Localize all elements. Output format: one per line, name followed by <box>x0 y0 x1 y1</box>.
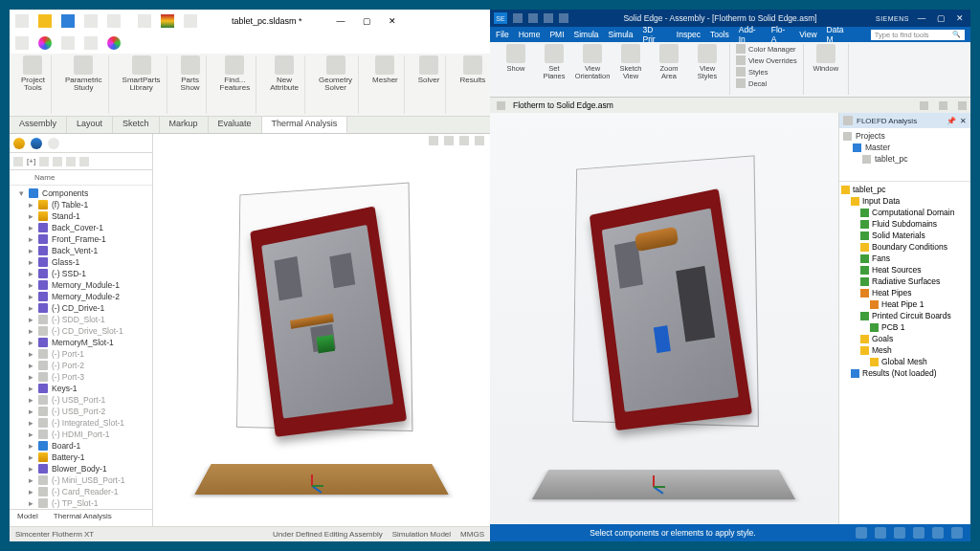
arrow-icon[interactable] <box>138 14 151 28</box>
tree-node[interactable]: ▸(-) Port-2 <box>10 360 152 371</box>
tree-node[interactable]: ▸(-) Port-1 <box>10 348 152 360</box>
open-icon[interactable] <box>38 14 52 28</box>
tree-node[interactable]: ▸MemoryM_Slot-1 <box>10 337 152 348</box>
analysis-node[interactable]: Boundary Conditions <box>841 241 969 253</box>
qa-icon[interactable] <box>513 13 523 23</box>
ribbon-group[interactable]: SmartParts Library <box>117 55 167 114</box>
tree-nav-icon[interactable] <box>48 138 59 149</box>
ribbon-group[interactable]: Geometry Solver <box>313 55 359 114</box>
tree-node[interactable]: ▸(-) Integrated_Slot-1 <box>10 417 152 429</box>
maximize-button[interactable]: ▢ <box>363 16 371 26</box>
status-icon[interactable] <box>932 527 944 539</box>
tree-node[interactable]: ▸(-) Mini_USB_Port-1 <box>10 474 152 486</box>
project-node[interactable]: Projects <box>843 130 967 142</box>
qa-icon[interactable] <box>528 13 538 23</box>
ribbon-window-button[interactable]: Window <box>810 44 842 73</box>
tree-node[interactable]: ▸Front_Frame-1 <box>10 233 152 245</box>
feature-tab[interactable]: Evaluate <box>209 117 262 133</box>
search-input[interactable]: Type to find tools <box>871 30 965 40</box>
grid-icon[interactable] <box>184 14 197 28</box>
status-icon[interactable] <box>856 527 867 539</box>
tree-footer-tab[interactable]: Thermal Analysis <box>46 510 120 526</box>
minimize-button[interactable]: — <box>915 13 928 23</box>
close-button[interactable]: ✕ <box>389 16 396 26</box>
menu-item[interactable]: 3D Prir <box>642 25 666 44</box>
print-icon[interactable] <box>84 14 98 28</box>
analysis-node[interactable]: Fluid Subdomains <box>841 218 969 230</box>
tree-node[interactable]: ▸(-) Port-3 <box>10 371 152 383</box>
ribbon-small-item[interactable]: View Overrides <box>736 55 797 65</box>
ribbon-button[interactable]: Zoom Area <box>653 44 685 80</box>
tree-node[interactable]: ▸Back_Vent-1 <box>10 245 152 256</box>
tree-node[interactable]: ▸Back_Cover-1 <box>10 222 152 233</box>
cube-icon[interactable] <box>61 36 75 50</box>
traffic-icon[interactable] <box>161 14 174 28</box>
tree-node[interactable]: ▸Board-1 <box>10 440 152 452</box>
new-icon[interactable] <box>15 14 29 28</box>
analysis-node[interactable]: PCB 1 <box>841 321 969 333</box>
doc-pin-icon[interactable] <box>920 101 928 110</box>
tree-node-root[interactable]: ▾ Components <box>10 187 152 199</box>
feature-tab[interactable]: Assembly <box>10 117 67 133</box>
pan-icon[interactable] <box>15 36 29 50</box>
ribbon-button[interactable]: View Styles <box>691 44 724 80</box>
pane-close-icon[interactable]: ✕ <box>960 117 967 125</box>
feature-tab[interactable]: Thermal Analysis <box>262 117 348 133</box>
ribbon-button[interactable]: View Orientation <box>576 44 609 80</box>
tree-node[interactable]: ▸Memory_Module-1 <box>10 279 152 291</box>
analysis-node[interactable]: Solid Materials <box>841 230 969 241</box>
tree-nav-icon[interactable] <box>31 138 42 149</box>
analysis-node[interactable]: Global Mesh <box>841 356 969 367</box>
menu-item[interactable]: File <box>496 30 509 39</box>
ribbon-group[interactable]: Find... Features <box>214 55 257 114</box>
paint-icon[interactable] <box>84 36 98 50</box>
tree-footer-tab[interactable]: Model <box>10 510 46 526</box>
tree-node[interactable]: ▸(-) HDMI_Port-1 <box>10 429 152 440</box>
close-button[interactable]: ✕ <box>953 13 967 23</box>
status-icon[interactable] <box>951 527 963 539</box>
doc-close-icon[interactable] <box>939 101 947 110</box>
feature-tab[interactable]: Sketch <box>113 117 160 133</box>
tree-node[interactable]: ▸Stand-1 <box>10 210 152 222</box>
project-node[interactable]: tablet_pc <box>843 153 967 165</box>
menu-item[interactable]: View <box>799 30 816 39</box>
analysis-node[interactable]: Heat Sources <box>841 264 969 276</box>
menu-item[interactable]: PMI <box>549 30 564 39</box>
analysis-node[interactable]: Input Data <box>841 195 969 207</box>
tree-root[interactable]: tablet_pc <box>841 184 969 195</box>
analysis-node[interactable]: Fans <box>841 253 969 264</box>
analysis-node[interactable]: Results (Not loaded) <box>841 367 969 379</box>
doc-close-icon[interactable] <box>958 101 967 110</box>
pane-pin-icon[interactable]: 📌 <box>947 117 956 125</box>
maximize-button[interactable]: ▢ <box>934 13 947 23</box>
tree-node[interactable]: ▸(f) Table-1 <box>10 199 152 210</box>
analysis-node[interactable]: Computational Domain <box>841 207 969 218</box>
menu-item[interactable]: Inspec <box>677 30 701 39</box>
multi-icon[interactable] <box>107 36 121 50</box>
ribbon-group[interactable]: New Attribute <box>264 55 305 114</box>
tree-node[interactable]: ▸Battery-1 <box>10 452 152 463</box>
tree-node[interactable]: ▸(-) CD_Drive_Slot-1 <box>10 325 152 337</box>
tree-node[interactable]: ▸(-) SDD_Slot-1 <box>10 314 152 325</box>
menu-item[interactable]: Tools <box>710 30 729 39</box>
tree-nav-icon[interactable] <box>13 138 25 149</box>
menu-item[interactable]: Data M <box>827 25 852 44</box>
analysis-node[interactable]: Printed Circuit Boards <box>841 310 969 321</box>
qa-icon[interactable] <box>559 13 568 23</box>
tree-node[interactable]: ▸Blower_Body-1 <box>10 463 152 474</box>
ribbon-button[interactable]: Set Planes <box>538 44 570 80</box>
color-icon[interactable] <box>38 36 52 50</box>
analysis-node[interactable]: Goals <box>841 333 969 344</box>
ribbon-button[interactable]: Sketch View <box>614 44 647 80</box>
status-icon[interactable] <box>894 527 905 539</box>
tree-node[interactable]: ▸(-) SSD-1 <box>10 268 152 279</box>
qa-icon[interactable] <box>544 13 553 23</box>
ribbon-group[interactable]: Results <box>454 55 492 114</box>
doc-tab[interactable]: Flotherm to Solid Edge.asm <box>513 100 613 110</box>
tree-node[interactable]: ▸Memory_Module-2 <box>10 291 152 302</box>
menu-item[interactable]: Flo-A <box>771 25 790 44</box>
save-icon[interactable] <box>61 14 75 28</box>
ribbon-small-item[interactable]: Decal <box>736 78 797 88</box>
tree-node[interactable]: ▸(-) CD_Drive-1 <box>10 302 152 314</box>
analysis-node[interactable]: Heat Pipes <box>841 287 969 298</box>
